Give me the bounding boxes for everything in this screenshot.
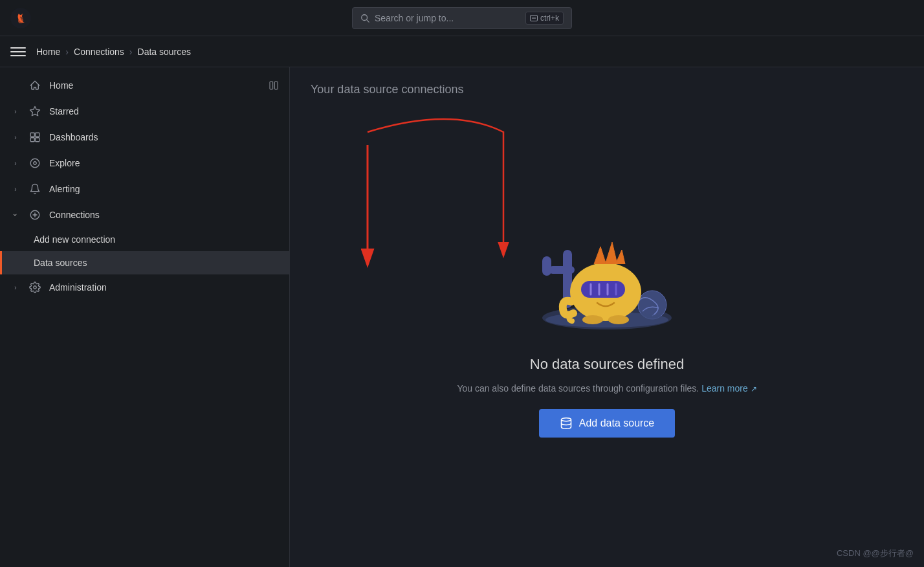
starred-expand-icon: › xyxy=(10,106,21,117)
panel-icon xyxy=(269,80,279,91)
svg-point-13 xyxy=(34,162,37,165)
breadcrumb-sep-2: › xyxy=(129,47,133,57)
bell-icon xyxy=(28,183,41,195)
breadcrumb-bar: Home › Connections › Data sources xyxy=(0,36,924,67)
svg-point-12 xyxy=(30,159,39,168)
sidebar-item-starred[interactable]: › Starred xyxy=(0,98,289,124)
add-datasource-label: Add data source xyxy=(579,417,655,429)
dashboards-expand-icon: › xyxy=(10,132,21,142)
svg-rect-24 xyxy=(581,281,625,298)
topbar: Search or jump to... ctrl+k xyxy=(0,0,924,36)
breadcrumb-sep-1: › xyxy=(65,47,69,57)
administration-label: Administration xyxy=(49,282,279,293)
svg-point-31 xyxy=(561,417,571,421)
svg-point-1 xyxy=(18,18,23,23)
svg-rect-20 xyxy=(542,256,551,276)
main-layout: Home › Starred › xyxy=(0,67,924,567)
sidebar-item-home[interactable]: Home xyxy=(0,72,289,98)
svg-point-29 xyxy=(582,315,603,324)
dashboards-label: Dashboards xyxy=(49,132,279,142)
learn-more-link[interactable]: Learn more ↗ xyxy=(701,383,756,394)
watermark: CSDN @@步行者@ xyxy=(837,548,914,559)
main-content: Your data source connections xyxy=(290,67,924,567)
add-connection-label: Add new connection xyxy=(34,234,115,245)
connections-icon xyxy=(28,208,41,221)
search-placeholder: Search or jump to... xyxy=(375,13,520,23)
data-sources-label: Data sources xyxy=(34,258,87,268)
empty-state: No data sources defined You can also def… xyxy=(457,107,756,567)
sidebar: Home › Starred › xyxy=(0,67,290,567)
svg-point-16 xyxy=(34,286,37,289)
database-icon xyxy=(560,417,573,430)
empty-description: You can also define data sources through… xyxy=(457,383,756,394)
svg-point-15 xyxy=(34,214,36,216)
search-bar[interactable]: Search or jump to... ctrl+k xyxy=(352,7,572,29)
sidebar-item-add-connection[interactable]: Add new connection xyxy=(0,228,289,251)
svg-line-3 xyxy=(367,19,369,22)
gear-icon xyxy=(28,281,41,294)
empty-desc-text: You can also define data sources through… xyxy=(457,383,701,394)
star-icon xyxy=(28,105,41,118)
alerting-label: Alerting xyxy=(49,184,279,194)
svg-rect-6 xyxy=(270,82,273,89)
svg-point-30 xyxy=(608,315,629,324)
keyboard-shortcut: ctrl+k xyxy=(525,12,564,25)
learn-more-text: Learn more xyxy=(701,383,748,394)
main-header: Your data source connections xyxy=(290,67,924,107)
admin-expand-icon: › xyxy=(10,282,21,293)
empty-title: No data sources defined xyxy=(530,356,685,373)
home-label: Home xyxy=(49,80,261,91)
sidebar-item-alerting[interactable]: › Alerting xyxy=(0,176,289,202)
search-icon xyxy=(360,14,369,23)
svg-rect-10 xyxy=(30,138,34,142)
keyboard-icon xyxy=(530,15,538,21)
add-datasource-button[interactable]: Add data source xyxy=(539,409,676,438)
external-link-icon: ↗ xyxy=(751,384,757,394)
svg-rect-9 xyxy=(36,133,39,137)
dashboards-icon xyxy=(28,131,41,144)
sidebar-item-explore[interactable]: › Explore xyxy=(0,150,289,176)
svg-rect-7 xyxy=(274,82,278,89)
main-header-text: Your data source connections xyxy=(311,83,464,96)
svg-rect-11 xyxy=(36,138,39,142)
shortcut-label: ctrl+k xyxy=(540,14,559,23)
home-icon xyxy=(28,79,41,92)
breadcrumb-datasources: Data sources xyxy=(138,47,191,57)
connections-label: Connections xyxy=(49,210,279,220)
sidebar-item-data-sources[interactable]: Data sources xyxy=(0,251,289,274)
starred-label: Starred xyxy=(49,106,279,117)
sidebar-item-connections[interactable]: › Connections xyxy=(0,202,289,228)
explore-icon xyxy=(28,157,41,170)
svg-rect-19 xyxy=(549,266,575,274)
alerting-expand-icon: › xyxy=(10,184,21,194)
breadcrumb-connections[interactable]: Connections xyxy=(74,47,124,57)
sidebar-item-administration[interactable]: › Administration xyxy=(0,274,289,300)
grafana-logo[interactable] xyxy=(10,8,31,28)
connections-expand-icon: › xyxy=(10,210,21,220)
sidebar-item-dashboards[interactable]: › Dashboards xyxy=(0,124,289,150)
breadcrumb-home[interactable]: Home xyxy=(36,47,60,57)
explore-label: Explore xyxy=(49,158,279,168)
expand-placeholder xyxy=(10,80,21,91)
explore-expand-icon: › xyxy=(10,158,21,168)
svg-rect-8 xyxy=(30,133,34,137)
hamburger-menu[interactable] xyxy=(10,44,26,60)
empty-illustration xyxy=(516,198,698,340)
